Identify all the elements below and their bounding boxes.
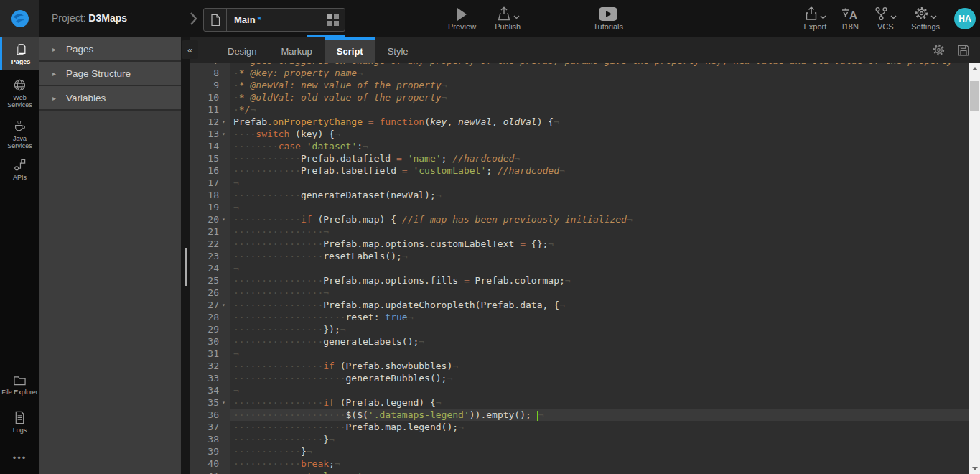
code-line[interactable]: 29················});¬: [190, 323, 969, 335]
save-icon[interactable]: [957, 44, 970, 57]
export-button[interactable]: Export: [803, 6, 826, 31]
code-line[interactable]: 21················¬: [190, 226, 969, 238]
code-line[interactable]: 33····················generateBubbles();…: [190, 372, 969, 384]
panel-scrollbar[interactable]: [181, 37, 190, 474]
tab-style[interactable]: Style: [375, 37, 421, 63]
code-text[interactable]: ········case 'dataset':¬: [230, 140, 969, 152]
sidebar-item-java-services[interactable]: Java Services: [0, 115, 39, 152]
code-text[interactable]: ····················$($('.datamaps-legen…: [230, 409, 969, 421]
code-text[interactable]: ················¬: [230, 287, 969, 299]
code-line[interactable]: 25················Prefab.map.options.fil…: [190, 274, 969, 287]
code-text[interactable]: ············generateDataset(newVal);¬: [230, 189, 969, 201]
code-text[interactable]: ¬: [230, 348, 969, 360]
code-text[interactable]: ············Prefab.labelfield = 'customL…: [230, 164, 969, 177]
code-text[interactable]: ················¬: [230, 226, 969, 238]
code-text[interactable]: ················Prefab.map.updateChoropl…: [230, 299, 969, 311]
code-line[interactable]: 41········case 'colormap':¬: [190, 470, 969, 474]
code-text[interactable]: ················Prefab.map.options.custo…: [230, 238, 969, 250]
code-text[interactable]: ····················Prefab.map.legend();…: [230, 421, 969, 433]
code-line[interactable]: 22················Prefab.map.options.cus…: [190, 238, 969, 250]
code-text[interactable]: ····················reset: true¬: [230, 311, 969, 323]
tab-markup[interactable]: Markup: [269, 37, 324, 63]
code-text[interactable]: ············break;¬: [230, 457, 969, 470]
sidebar-item-file-explorer[interactable]: File Explorer: [0, 366, 39, 404]
code-text[interactable]: ·* @oldVal: old value of the property¬: [230, 91, 969, 103]
code-line[interactable]: 20▾············if (Prefab.map) { //if ma…: [190, 213, 969, 226]
code-line[interactable]: 14········case 'dataset':¬: [190, 140, 969, 152]
user-avatar[interactable]: HA: [954, 8, 976, 29]
vcs-button[interactable]: VCS: [874, 6, 897, 31]
fold-arrow-icon[interactable]: ▾: [222, 116, 230, 128]
code-text[interactable]: ¬: [230, 262, 969, 274]
code-line[interactable]: 36····················$($('.datamaps-leg…: [190, 409, 969, 421]
code-line[interactable]: 16············Prefab.labelfield = 'custo…: [190, 164, 969, 177]
code-line[interactable]: 9·* @newVal: new value of the property¬: [190, 79, 969, 91]
code-line[interactable]: 17¬: [190, 177, 969, 189]
fold-arrow-icon[interactable]: ▾: [222, 128, 230, 140]
fold-arrow-icon[interactable]: ▾: [222, 213, 230, 226]
editor-scrollbar-thumb[interactable]: [970, 81, 979, 111]
code-text[interactable]: ············}¬: [230, 445, 969, 457]
code-line[interactable]: 27▾················Prefab.map.updateChor…: [190, 299, 969, 311]
code-line[interactable]: 11·*/¬: [190, 103, 969, 116]
code-text[interactable]: ················});¬: [230, 323, 969, 335]
code-text[interactable]: ················generateLabels();¬: [230, 335, 969, 348]
code-text[interactable]: ················resetLabels();¬: [230, 250, 969, 262]
sidebar-item-pages[interactable]: Pages: [0, 37, 39, 70]
publish-button[interactable]: Publish: [495, 6, 521, 31]
code-line[interactable]: 32················if (Prefab.showbubbles…: [190, 360, 969, 372]
code-line[interactable]: 23················resetLabels();¬: [190, 250, 969, 262]
code-line[interactable]: 8·* @key: property name¬: [190, 67, 969, 79]
code-line[interactable]: 38················}¬: [190, 433, 969, 445]
editor-scrollbar[interactable]: [969, 63, 980, 474]
script-code-editor[interactable]: 7·* gets triggered on change of any prop…: [190, 63, 969, 474]
code-text[interactable]: ¬: [230, 201, 969, 213]
code-line[interactable]: 30················generateLabels();¬: [190, 335, 969, 348]
code-text[interactable]: ················Prefab.map.options.fills…: [230, 274, 969, 287]
fold-arrow-icon[interactable]: ▾: [222, 396, 230, 409]
tutorials-button[interactable]: Tutorials: [593, 6, 623, 31]
tab-script[interactable]: Script: [325, 37, 375, 63]
pages-grid-icon[interactable]: [327, 14, 339, 26]
code-line[interactable]: 31¬: [190, 348, 969, 360]
code-text[interactable]: ¬: [230, 177, 969, 189]
scroll-down-arrow[interactable]: [969, 463, 980, 474]
sidebar-item-apis[interactable]: APIs: [0, 155, 39, 184]
code-line[interactable]: 24¬: [190, 262, 969, 274]
panel-section-pages[interactable]: ▸ Pages: [39, 37, 181, 62]
i18n-button[interactable]: A I18N: [841, 6, 859, 31]
code-text[interactable]: ············Prefab.datafield = 'name'; /…: [230, 152, 969, 164]
code-line[interactable]: 40············break;¬: [190, 457, 969, 470]
code-text[interactable]: Prefab.onPropertyChange = function(key, …: [230, 116, 969, 128]
code-line[interactable]: 19¬: [190, 201, 969, 213]
code-line[interactable]: 39············}¬: [190, 445, 969, 457]
code-text[interactable]: ················}¬: [230, 433, 969, 445]
page-tab-main[interactable]: Main *: [203, 8, 345, 32]
panel-collapse-button[interactable]: «: [182, 40, 198, 59]
code-text[interactable]: ·* @key: property name¬: [230, 67, 969, 79]
panel-section-variables[interactable]: ▸ Variables: [39, 86, 181, 111]
panel-section-page-structure[interactable]: ▸ Page Structure: [39, 62, 181, 86]
wavemaker-logo[interactable]: [0, 0, 39, 37]
code-line[interactable]: 10·* @oldVal: old value of the property¬: [190, 91, 969, 103]
sidebar-item-logs[interactable]: Logs: [0, 406, 39, 438]
code-text[interactable]: ·*/¬: [230, 103, 969, 116]
code-line[interactable]: 26················¬: [190, 287, 969, 299]
scroll-up-arrow[interactable]: [969, 63, 980, 74]
code-text[interactable]: ·* @newVal: new value of the property¬: [230, 79, 969, 91]
code-line[interactable]: 34¬: [190, 384, 969, 396]
code-line[interactable]: 15············Prefab.datafield = 'name';…: [190, 152, 969, 164]
code-line[interactable]: 13▾····switch (key) {¬: [190, 128, 969, 140]
code-line[interactable]: 12▾Prefab.onPropertyChange = function(ke…: [190, 116, 969, 128]
code-line[interactable]: 28····················reset: true¬: [190, 311, 969, 323]
code-text[interactable]: ····switch (key) {¬: [230, 128, 969, 140]
panel-scrollbar-thumb[interactable]: [185, 248, 187, 286]
preview-button[interactable]: Preview: [448, 6, 476, 31]
code-text[interactable]: ············if (Prefab.map) { //if map h…: [230, 213, 969, 226]
code-line[interactable]: 35▾················if (Prefab.legend) {¬: [190, 396, 969, 409]
fold-arrow-icon[interactable]: ▾: [222, 299, 230, 311]
code-line[interactable]: 18············generateDataset(newVal);¬: [190, 189, 969, 201]
code-text[interactable]: ····················generateBubbles();¬: [230, 372, 969, 384]
tab-design[interactable]: Design: [215, 37, 269, 63]
sidebar-more-button[interactable]: •••: [0, 452, 39, 463]
